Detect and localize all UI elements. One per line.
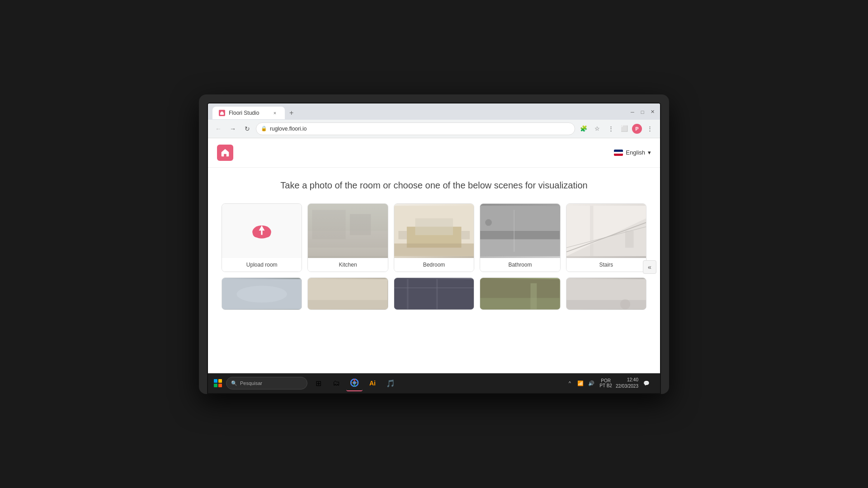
flag-icon — [614, 150, 623, 156]
browser-chrome: Floori Studio × + ─ □ ✕ ← → ↻ 🔒 ruglove. — [208, 103, 660, 138]
toolbar-icons: 🧩 ☆ ⋮ ⬜ P ⋮ — [578, 123, 656, 135]
svg-rect-38 — [480, 298, 560, 309]
collapse-button[interactable]: « — [643, 260, 656, 274]
windows-logo — [214, 379, 222, 387]
language-selector[interactable]: English ▾ — [614, 149, 651, 156]
taskbar-lang-code: POR — [599, 378, 612, 383]
website-content: English ▾ Take a photo of the room or ch… — [208, 138, 660, 373]
svg-rect-15 — [394, 243, 474, 256]
volume-icon[interactable]: 🔊 — [587, 379, 596, 388]
minimize-button[interactable]: ─ — [629, 109, 636, 115]
win-logo-square-3 — [214, 384, 217, 387]
upload-room-card[interactable]: Upload room — [222, 203, 302, 272]
taskbar-app-files[interactable]: 🗂 — [328, 375, 344, 391]
taskbar-app-chrome[interactable] — [346, 375, 363, 391]
win-logo-square-1 — [214, 379, 217, 383]
svg-marker-1 — [220, 111, 224, 113]
language-arrow: ▾ — [648, 149, 651, 156]
taskbar-app-other[interactable]: 🎵 — [382, 375, 399, 391]
browser-tab[interactable]: Floori Studio × — [212, 107, 285, 119]
notification-icon[interactable]: 💬 — [642, 379, 651, 388]
puzzle-icon[interactable]: ⬜ — [618, 123, 630, 135]
refresh-button[interactable]: ↻ — [241, 123, 253, 135]
svg-rect-35 — [436, 279, 438, 309]
svg-rect-11 — [308, 248, 387, 256]
scene-grid-row2 — [222, 277, 646, 310]
extensions-icon[interactable]: 🧩 — [578, 123, 590, 135]
bathroom-label: Bathroom — [480, 258, 560, 272]
taskbar-search-box[interactable]: 🔍 Pesquisar — [226, 377, 307, 389]
kitchen-image — [308, 204, 387, 258]
window-controls: ─ □ ✕ — [629, 109, 656, 117]
scene-partial-2-image — [308, 278, 387, 310]
stairs-card[interactable]: Stairs — [566, 203, 646, 272]
scene-partial-5[interactable] — [566, 277, 646, 310]
site-header: English ▾ — [208, 138, 660, 168]
upload-cloud-icon — [250, 222, 274, 240]
lock-icon: 🔒 — [261, 126, 267, 131]
browser-toolbar: ← → ↻ 🔒 ruglove.floori.io 🧩 ☆ ⋮ ⬜ P ⋮ — [208, 120, 660, 138]
win-logo-square-2 — [218, 379, 222, 383]
stairs-label: Stairs — [566, 258, 646, 272]
svg-rect-17 — [461, 231, 470, 239]
kitchen-card[interactable]: Kitchen — [307, 203, 388, 272]
scene-partial-4-image — [480, 278, 560, 310]
bedroom-card[interactable]: Bedroom — [394, 203, 474, 272]
system-icons: ^ 📶 🔊 — [565, 379, 596, 388]
scene-partial-2[interactable] — [307, 277, 388, 310]
site-logo[interactable] — [217, 145, 233, 161]
settings-icon[interactable]: ⋮ — [605, 123, 617, 135]
more-icon[interactable]: ⋮ — [644, 123, 656, 135]
profile-icon[interactable]: P — [632, 124, 642, 134]
svg-rect-33 — [394, 279, 474, 309]
scene-partial-3[interactable] — [394, 277, 474, 310]
start-button[interactable] — [211, 376, 225, 390]
tab-close-button[interactable]: × — [271, 109, 278, 117]
svg-rect-27 — [625, 231, 634, 248]
address-bar[interactable]: 🔒 ruglove.floori.io — [256, 122, 575, 135]
laptop-shell: Floori Studio × + ─ □ ✕ ← → ↻ 🔒 ruglove. — [199, 94, 669, 394]
svg-point-22 — [485, 219, 492, 226]
svg-rect-32 — [308, 300, 387, 309]
kitchen-label: Kitchen — [308, 258, 387, 272]
forward-button[interactable]: → — [227, 123, 239, 135]
taskbar-app-multiview[interactable]: ⊞ — [310, 375, 326, 391]
upload-icon-container — [250, 222, 274, 240]
browser-titlebar: Floori Studio × + ─ □ ✕ — [208, 103, 660, 120]
address-text: ruglove.floori.io — [270, 126, 307, 132]
back-button[interactable]: ← — [212, 123, 224, 135]
svg-rect-8 — [308, 231, 387, 256]
taskbar-apps: ⊞ 🗂 Ai 🎵 — [310, 375, 399, 391]
close-button[interactable]: ✕ — [649, 109, 656, 115]
taskbar-language: POR PT B2 — [599, 378, 612, 388]
show-desktop-button[interactable] — [655, 376, 657, 390]
svg-rect-36 — [394, 287, 474, 288]
taskbar-system-tray: ^ 📶 🔊 POR PT B2 12:40 22/03/2023 💬 — [565, 376, 657, 390]
bedroom-image — [394, 204, 474, 258]
bookmark-icon[interactable]: ☆ — [591, 123, 603, 135]
network-icon[interactable]: 📶 — [576, 379, 585, 388]
scene-partial-5-image — [566, 278, 646, 310]
scene-partial-4[interactable] — [480, 277, 560, 310]
taskbar-app-ai[interactable]: Ai — [364, 375, 381, 391]
scene-partial-1-image — [222, 278, 302, 310]
scene-partial-1[interactable] — [222, 277, 302, 310]
upload-card-body — [222, 204, 302, 258]
svg-point-42 — [620, 299, 630, 309]
scene-partial-3-image — [394, 278, 474, 310]
taskbar-clock[interactable]: 12:40 22/03/2023 — [616, 377, 638, 389]
upload-room-label: Upload room — [222, 258, 302, 272]
search-placeholder-text: Pesquisar — [240, 380, 262, 386]
new-tab-button[interactable]: + — [285, 106, 298, 120]
chevron-up-icon[interactable]: ^ — [565, 379, 574, 388]
svg-rect-16 — [398, 231, 407, 239]
bathroom-image — [480, 204, 560, 258]
svg-rect-0 — [220, 113, 224, 115]
win-logo-square-4 — [218, 384, 222, 387]
svg-rect-7 — [308, 206, 387, 256]
svg-point-30 — [236, 286, 287, 302]
maximize-button[interactable]: □ — [639, 109, 646, 115]
bathroom-card[interactable]: Bathroom — [480, 203, 560, 272]
site-main: Take a photo of the room or choose one o… — [208, 168, 660, 319]
svg-rect-19 — [480, 206, 560, 231]
